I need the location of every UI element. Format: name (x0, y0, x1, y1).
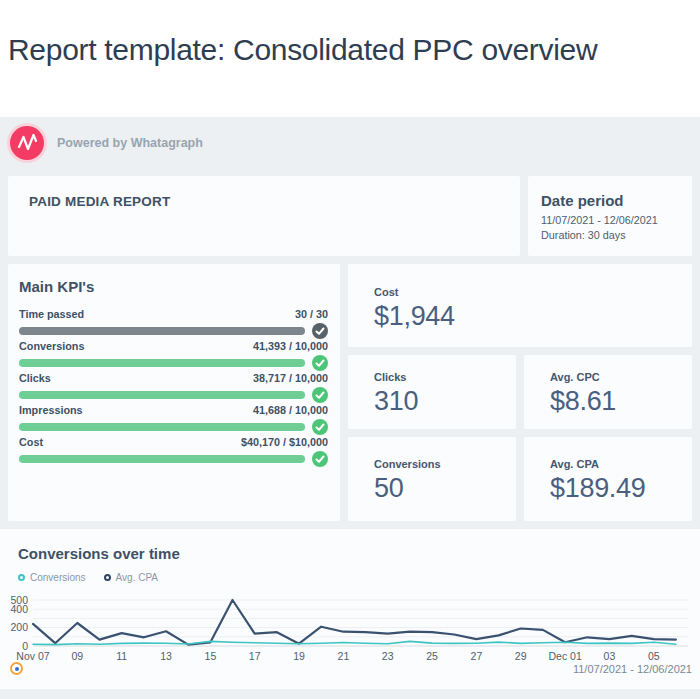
kpi-row-cost: Cost $40,170 / $10,000 (19, 436, 328, 467)
data-source-icon (10, 662, 23, 675)
svg-text:200: 200 (10, 621, 28, 633)
stat-value: 310 (374, 386, 516, 417)
kpi-row-clicks: Clicks 38,717 / 10,000 (19, 372, 328, 403)
powered-by-bar: Powered by Whatagraph (10, 126, 700, 160)
kpi-label: Impressions (19, 404, 83, 416)
main-kpis-title: Main KPI's (19, 278, 328, 295)
kpi-value: $40,170 / $10,000 (241, 436, 328, 448)
kpi-label: Cost (19, 436, 43, 448)
svg-text:15: 15 (205, 650, 217, 662)
date-period-duration: Duration: 30 days (541, 229, 692, 241)
stat-value: 50 (374, 473, 516, 504)
check-circle-icon (312, 355, 328, 371)
check-circle-icon (312, 451, 328, 467)
kpi-row-conversions: Conversions 41,393 / 10,000 (19, 340, 328, 371)
date-period-title: Date period (541, 192, 692, 209)
stat-label: Cost (374, 286, 692, 298)
svg-text:27: 27 (471, 650, 483, 662)
date-period-range: 11/07/2021 - 12/06/2021 (541, 214, 692, 226)
stat-label: Clicks (374, 371, 516, 383)
kpi-value: 41,393 / 10,000 (253, 340, 328, 352)
stat-card-cost: Cost $1,944 (348, 264, 692, 347)
check-circle-icon (312, 323, 328, 339)
svg-text:Dec 01: Dec 01 (548, 650, 581, 662)
stat-value: $189.49 (550, 473, 692, 504)
svg-text:13: 13 (160, 650, 172, 662)
kpi-label: Time passed (19, 308, 84, 320)
stat-label: Avg. CPC (550, 371, 692, 383)
kpi-row-time-passed: Time passed 30 / 30 (19, 308, 328, 339)
page-title: Report template: Consolidated PPC overvi… (8, 33, 700, 67)
svg-text:09: 09 (71, 650, 83, 662)
svg-text:29: 29 (515, 650, 527, 662)
check-circle-icon (312, 419, 328, 435)
svg-text:400: 400 (10, 603, 28, 615)
stat-label: Conversions (374, 458, 516, 470)
progress-bar (19, 423, 305, 431)
date-period-card: Date period 11/07/2021 - 12/06/2021 Dura… (528, 176, 692, 256)
conversions-over-time-card: Conversions over time Conversions Avg. C… (0, 529, 700, 689)
svg-text:25: 25 (426, 650, 438, 662)
progress-bar (19, 455, 305, 463)
stat-card-avg-cpa: Avg. CPA $189.49 (524, 437, 692, 521)
stat-card-conversions: Conversions 50 (348, 437, 516, 521)
w-glyph (10, 126, 44, 160)
svg-text:23: 23 (382, 650, 394, 662)
report-title-card: PAID MEDIA REPORT (8, 176, 520, 256)
stat-label: Avg. CPA (550, 458, 692, 470)
svg-text:Nov 07: Nov 07 (16, 650, 49, 662)
kpi-row-impressions: Impressions 41,688 / 10,000 (19, 404, 328, 435)
report-title: PAID MEDIA REPORT (29, 194, 520, 209)
powered-by-label: Powered by Whatagraph (57, 136, 203, 150)
main-kpis-card: Main KPI's Time passed 30 / 30 Conversio… (8, 264, 340, 521)
stat-card-clicks: Clicks 310 (348, 355, 516, 429)
svg-text:17: 17 (249, 650, 261, 662)
kpi-value: 38,717 / 10,000 (253, 372, 328, 384)
svg-text:11: 11 (116, 650, 127, 662)
kpi-label: Conversions (19, 340, 84, 352)
check-circle-icon (312, 387, 328, 403)
svg-text:19: 19 (293, 650, 305, 662)
progress-bar (19, 359, 305, 367)
kpi-label: Clicks (19, 372, 51, 384)
kpi-value: 41,688 / 10,000 (253, 404, 328, 416)
progress-bar (19, 327, 305, 335)
whatagraph-logo-icon[interactable] (10, 126, 44, 160)
stat-value: $8.61 (550, 386, 692, 417)
stat-card-avg-cpc: Avg. CPC $8.61 (524, 355, 692, 429)
svg-text:03: 03 (604, 650, 616, 662)
page-header: Report template: Consolidated PPC overvi… (0, 0, 700, 117)
report-body: PAID MEDIA REPORT Date period 11/07/2021… (0, 176, 700, 521)
chart-date-range: 11/07/2021 - 12/06/2021 (573, 663, 692, 675)
progress-bar (19, 391, 305, 399)
stat-value: $1,944 (374, 301, 692, 332)
svg-text:05: 05 (648, 650, 660, 662)
kpi-value: 30 / 30 (295, 308, 328, 320)
svg-text:21: 21 (338, 650, 350, 662)
